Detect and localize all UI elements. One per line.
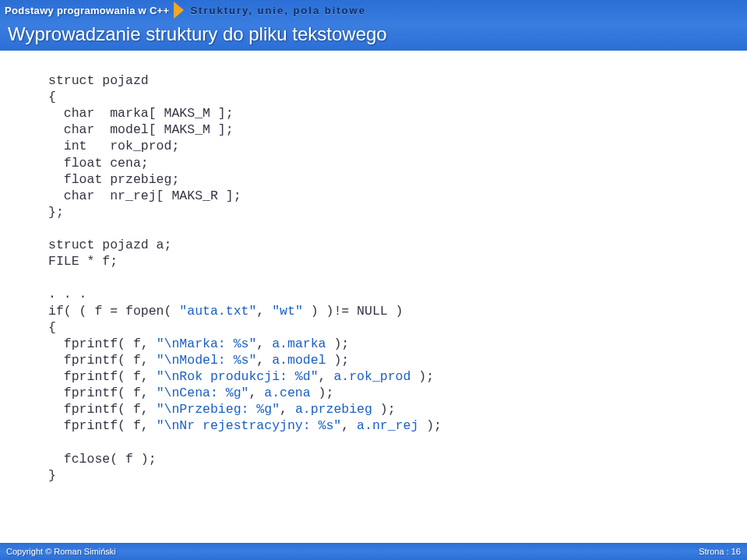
- slide-footer: Copyright © Roman Simiński Strona : 16: [0, 543, 747, 560]
- code-line: fprintf( f, "\nMarka: %s", a.marka );: [48, 336, 349, 351]
- page-title: Wyprowadzanie struktury do pliku tekstow…: [0, 20, 747, 45]
- slide-content: struct pojazd { char marka[ MAKS_M ]; ch…: [0, 51, 747, 484]
- breadcrumb-topic: Struktury, unie, pola bitowe: [190, 5, 366, 16]
- breadcrumb: Podstawy programowania w C++ Struktury, …: [0, 0, 747, 20]
- page-number: Strona : 16: [699, 547, 741, 556]
- code-line: fprintf( f, "\nPrzebieg: %g", a.przebieg…: [48, 402, 396, 417]
- code-line: fprintf( f, "\nRok produkcji: %d", a.rok…: [48, 369, 434, 384]
- slide-header: Podstawy programowania w C++ Struktury, …: [0, 0, 747, 51]
- code-line: fprintf( f, "\nModel: %s", a.model );: [48, 353, 349, 368]
- code-line: struct pojazd: [48, 73, 149, 88]
- code-line: fclose( f );: [48, 452, 157, 467]
- code-line: if( ( f = fopen( "auta.txt", "wt" ) )!= …: [48, 304, 403, 319]
- code-line: }: [48, 468, 56, 483]
- code-line: fprintf( f, "\nCena: %g", a.cena );: [48, 386, 333, 400]
- code-block: struct pojazd { char marka[ MAKS_M ]; ch…: [48, 72, 727, 484]
- code-line: int rok_prod;: [48, 139, 179, 153]
- code-line: char nr_rej[ MAKS_R ];: [48, 188, 241, 203]
- code-line: float przebieg;: [48, 172, 179, 187]
- breadcrumb-course: Podstawy programowania w C++: [5, 5, 169, 16]
- code-line: {: [48, 90, 56, 104]
- code-line: fprintf( f, "\nNr rejestracyjny: %s", a.…: [48, 418, 442, 433]
- code-line: struct pojazd a;: [48, 238, 171, 252]
- code-line: char model[ MAKS_M ];: [48, 122, 234, 137]
- code-line: . . .: [48, 287, 87, 301]
- code-line: float cena;: [48, 156, 149, 171]
- code-line: };: [48, 205, 64, 220]
- code-line: {: [48, 320, 56, 335]
- code-line: char marka[ MAKS_M ];: [48, 106, 234, 121]
- code-line: FILE * f;: [48, 254, 118, 269]
- copyright-text: Copyright © Roman Simiński: [6, 547, 116, 556]
- chevron-right-icon: [174, 2, 184, 19]
